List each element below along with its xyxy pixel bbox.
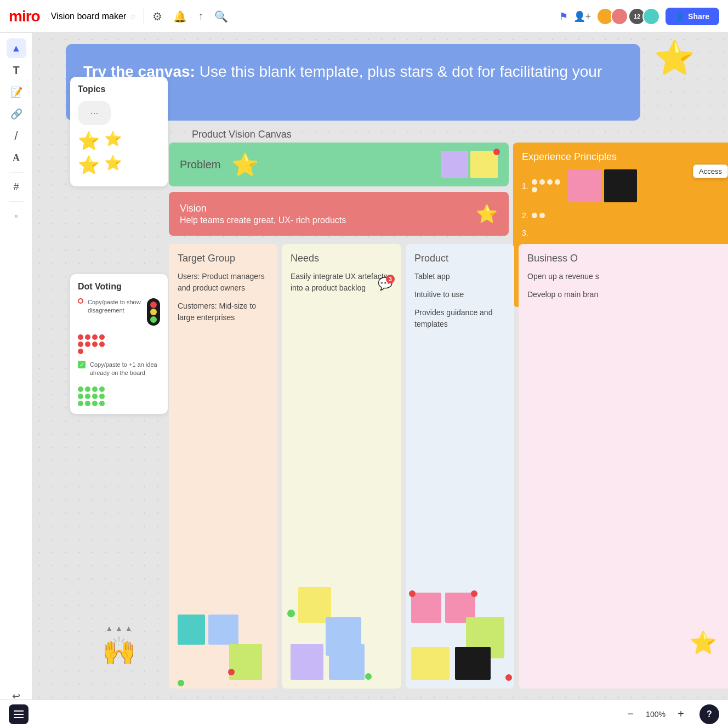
frame-tool[interactable]: #: [7, 177, 26, 197]
settings-icon[interactable]: ⚙: [150, 8, 164, 25]
arrow-tool[interactable]: /: [7, 126, 26, 146]
vision-text: Help teams create great, UX- rich produc…: [180, 215, 498, 225]
target-text-2: Customers: Mid-size to large enterprises: [178, 300, 269, 323]
logo: miro: [9, 8, 40, 25]
sticky-purple: [441, 151, 468, 178]
business-text-2: Develop o main bran: [527, 289, 719, 300]
dv-item-agree: ✓ Copy/paste to +1 an idea already on th…: [78, 361, 160, 378]
topics-title: Topics: [78, 84, 160, 94]
zoom-in-button[interactable]: +: [672, 706, 690, 723]
red-outline-dot: [78, 298, 83, 304]
notification-badge: 3: [386, 275, 395, 283]
canvas-label: Product Vision Canvas: [192, 129, 292, 140]
star-icon[interactable]: ☆: [129, 12, 136, 21]
product-item-3: Provides guidance and templates: [414, 307, 505, 330]
link-tool[interactable]: 🔗: [7, 104, 26, 124]
teal-sticky-1: [178, 615, 205, 645]
product-item-2: Intuitive to use: [414, 289, 505, 300]
clap-section: ▲ ▲ ▲ 🙌: [70, 624, 168, 667]
lime-sticky-1: [229, 644, 262, 680]
problem-section: Problem ⭐: [169, 143, 509, 186]
star-3: ⭐: [78, 155, 100, 175]
sticky-tool[interactable]: 📝: [7, 82, 26, 102]
needs-section: Needs Easily integrate UX artefacts into…: [282, 244, 401, 689]
exp-item-2: 2.: [522, 211, 719, 220]
avatar-3: [642, 8, 660, 25]
sidebar-toggle[interactable]: [9, 704, 29, 724]
access-badge: Access: [693, 164, 728, 178]
zoom-out-button[interactable]: −: [622, 706, 639, 723]
black-sticky-1: [604, 169, 637, 202]
clap-emoji: 🙌: [102, 635, 136, 666]
needs-title: Needs: [291, 253, 393, 264]
star-row-1: ⭐ ⭐: [78, 130, 160, 151]
text-tool[interactable]: T: [7, 60, 26, 80]
pink-sticky-1: [568, 169, 601, 202]
svg-rect-2: [14, 717, 24, 718]
avatar-group: 12: [596, 8, 660, 25]
problem-stickies: [441, 151, 498, 178]
business-title: Business O: [527, 253, 719, 264]
text-format-tool[interactable]: A: [7, 148, 26, 168]
vision-section: Vision Help teams create great, UX- rich…: [169, 192, 509, 236]
lavender-sticky-needs: [291, 644, 323, 680]
notification-icon[interactable]: 🔔: [171, 8, 189, 25]
blue-sticky-1: [208, 615, 238, 645]
target-text-1: Users: Product managers and product owne…: [178, 271, 269, 294]
help-button[interactable]: ?: [699, 704, 719, 724]
topics-panel: Topics ··· ⭐ ⭐ ⭐ ⭐: [70, 77, 168, 186]
traffic-light: [147, 298, 160, 326]
exp-num-1: 1.: [522, 181, 528, 190]
exp-dots-1: [532, 179, 565, 192]
red-dot-prod: [505, 674, 512, 681]
star-1: ⭐: [78, 130, 100, 151]
tl-yellow: [150, 309, 157, 315]
black-sticky-prod: [455, 647, 491, 680]
product-section: Product Tablet app Intuitive to use Prov…: [406, 244, 514, 689]
star-2: ⭐: [104, 130, 122, 151]
star-4: ⭐: [104, 155, 122, 175]
exp-num-3: 3.: [522, 229, 528, 237]
red-dot: [493, 149, 500, 155]
dv-item-disagree: Copy/paste to show disagreement: [78, 298, 160, 326]
problem-star: ⭐: [231, 152, 259, 178]
dv-disagree-text: Copy/paste to show disagreement: [88, 298, 143, 315]
expand-tools[interactable]: »: [7, 206, 26, 226]
exp-label: Experience Principles: [522, 151, 719, 163]
cursor-tool[interactable]: ▲: [7, 38, 26, 58]
bottom-bar: − 100% + ?: [0, 699, 728, 728]
dot-voting-title: Dot Voting: [78, 282, 160, 292]
upload-icon[interactable]: ↑: [196, 8, 206, 25]
red-dot-pink: [409, 590, 416, 597]
search-icon[interactable]: 🔍: [212, 8, 230, 25]
green-dot-needs-2: [365, 673, 372, 680]
business-section: Business O Open up a revenue s Develop o…: [519, 244, 728, 689]
vision-star: ⭐: [476, 203, 498, 224]
red-dot-pink-2: [471, 590, 477, 597]
svg-rect-0: [14, 710, 24, 712]
vision-label: Vision: [180, 203, 498, 214]
banner-star: ⭐: [654, 38, 695, 77]
dot-voting-panel: Dot Voting Copy/paste to show disagreeme…: [70, 274, 168, 414]
add-user-icon[interactable]: 👤+: [573, 10, 592, 22]
avatar-2: [611, 8, 628, 25]
problem-label: Problem: [180, 158, 220, 171]
star-row-2: ⭐ ⭐: [78, 155, 160, 175]
target-group-section: Target Group Users: Product managers and…: [169, 244, 277, 689]
dv-agree-text: Copy/paste to +1 an idea already on the …: [90, 361, 160, 378]
agree-dots: [78, 386, 111, 406]
zoom-level: 100%: [645, 710, 667, 719]
share-button[interactable]: 👤 Share: [666, 8, 719, 25]
share-icon: 👤: [675, 12, 685, 21]
blue-sticky-needs-2: [329, 644, 365, 680]
yellow-sticky-prod: [411, 647, 450, 680]
disagree-dots: [78, 334, 111, 354]
board-title: Vision board maker: [51, 12, 127, 21]
exp-item-1: 1.: [522, 169, 719, 202]
exp-num-2: 2.: [522, 211, 528, 220]
business-text-1: Open up a revenue s: [527, 271, 719, 282]
target-title: Target Group: [178, 253, 269, 264]
zoom-controls: − 100% + ?: [622, 704, 719, 724]
left-toolbar: ▲ T 📝 🔗 / A # » ↩ ↪: [0, 33, 33, 728]
checkbox-green: ✓: [78, 361, 86, 368]
